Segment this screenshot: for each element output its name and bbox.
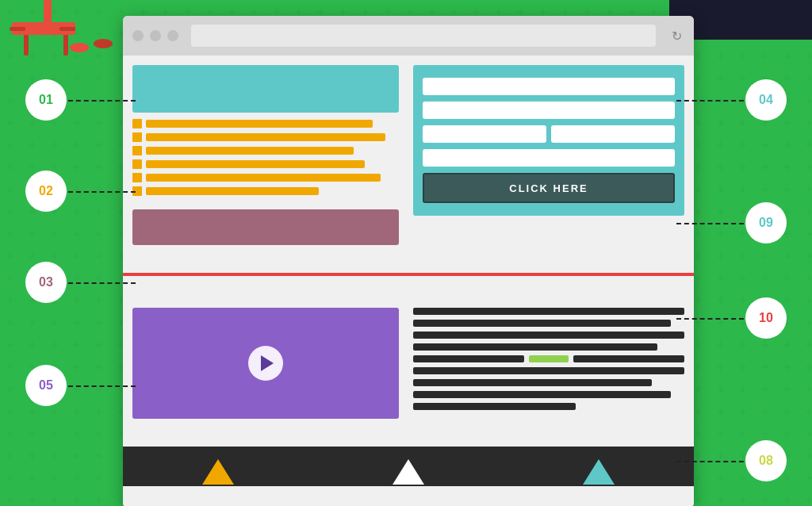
desk-illustration (0, 0, 135, 56)
bottom-left (123, 298, 408, 447)
click-here-button[interactable]: CLICK HERE (423, 173, 675, 203)
form-input-3[interactable] (423, 149, 675, 167)
dashed-line-09 (676, 223, 744, 224)
svg-rect-7 (59, 27, 75, 31)
browser-toolbar: ↻ (123, 16, 694, 56)
svg-rect-6 (10, 27, 25, 31)
red-divider (123, 273, 694, 276)
circle-03-text: 03 (39, 275, 53, 289)
browser-address-bar[interactable] (191, 25, 656, 47)
form-input-half-2[interactable] (551, 125, 675, 143)
form-input-1[interactable] (423, 78, 675, 95)
yellow-bar (146, 187, 319, 195)
circle-10-text: 10 (759, 311, 773, 325)
browser-dot-3 (167, 30, 178, 41)
left-column-top (123, 56, 408, 273)
circle-label-10: 10 (745, 297, 787, 339)
svg-rect-5 (44, 0, 52, 25)
text-line-4 (413, 343, 657, 351)
form-input-row-half (423, 125, 675, 143)
yellow-bullet (132, 146, 142, 155)
yellow-list-item-6 (132, 186, 399, 196)
yellow-bar (146, 160, 365, 168)
yellow-list-item-3 (132, 146, 399, 155)
circle-01-text: 01 (39, 93, 53, 107)
desk-svg (0, 0, 135, 56)
browser-content: CLICK HERE (123, 56, 694, 506)
dashed-line-04 (676, 100, 744, 102)
yellow-list-section (123, 119, 408, 206)
browser-footer (123, 447, 694, 486)
circle-label-04: 04 (745, 79, 787, 121)
svg-rect-3 (63, 32, 68, 56)
footer-triangle-teal (583, 459, 615, 485)
circle-label-01: 01 (25, 79, 67, 121)
yellow-bar (146, 174, 381, 182)
yellow-bar (146, 133, 385, 141)
text-line-6 (413, 379, 652, 386)
yellow-list-item-4 (132, 159, 399, 169)
green-highlight (529, 355, 569, 362)
dashed-line-01 (68, 100, 136, 102)
circle-label-03: 03 (25, 262, 67, 303)
text-segment-after (573, 355, 684, 362)
yellow-bullet (132, 132, 142, 142)
form-input-half-1[interactable] (423, 125, 546, 143)
text-line-7 (413, 391, 671, 398)
bottom-right (408, 298, 694, 447)
footer-triangle-white (393, 459, 424, 485)
browser-dot-1 (132, 30, 144, 41)
circle-label-05: 05 (25, 365, 67, 406)
browser-refresh-icon[interactable]: ↻ (668, 28, 684, 44)
yellow-list-item-1 (132, 119, 399, 128)
circle-label-08: 08 (745, 440, 787, 481)
play-button[interactable] (248, 346, 283, 381)
yellow-list-item-2 (132, 132, 399, 142)
mauve-banner (132, 209, 399, 245)
circle-label-09: 09 (745, 202, 787, 243)
dashed-line-03 (68, 282, 136, 284)
dashed-line-08 (676, 461, 744, 462)
yellow-bullet (132, 173, 142, 182)
dashed-line-10 (676, 318, 744, 320)
yellow-list-item-5 (132, 173, 399, 182)
text-line-3 (413, 332, 684, 339)
yellow-bullet (132, 159, 142, 169)
right-column-top: CLICK HERE (408, 56, 694, 273)
form-input-2[interactable] (423, 102, 675, 119)
dashed-line-02 (68, 191, 136, 193)
browser-dot-2 (150, 30, 161, 41)
svg-point-8 (70, 43, 89, 52)
teal-banner (132, 65, 399, 113)
video-section[interactable] (132, 308, 399, 419)
svg-point-9 (94, 39, 113, 48)
yellow-bar (146, 120, 373, 128)
yellow-bullet (132, 119, 142, 128)
text-line-2 (413, 320, 671, 327)
circle-09-text: 09 (759, 216, 773, 230)
browser-window: ↻ (123, 16, 694, 506)
text-line-8 (413, 403, 576, 410)
svg-rect-2 (24, 32, 29, 56)
text-segment-before (413, 355, 524, 362)
footer-triangle-yellow (202, 459, 234, 485)
form-area: CLICK HERE (413, 65, 684, 216)
text-line-green-row (413, 355, 684, 362)
dashed-line-05 (68, 385, 136, 387)
text-line-5 (413, 367, 684, 374)
text-content-section (408, 298, 694, 421)
yellow-bar (146, 147, 354, 155)
text-line-1 (413, 308, 684, 315)
circle-08-text: 08 (759, 454, 773, 468)
circle-02-text: 02 (39, 184, 53, 198)
play-triangle-icon (261, 355, 274, 371)
circle-04-text: 04 (759, 93, 773, 107)
circle-label-02: 02 (25, 171, 67, 212)
circle-05-text: 05 (39, 378, 53, 393)
